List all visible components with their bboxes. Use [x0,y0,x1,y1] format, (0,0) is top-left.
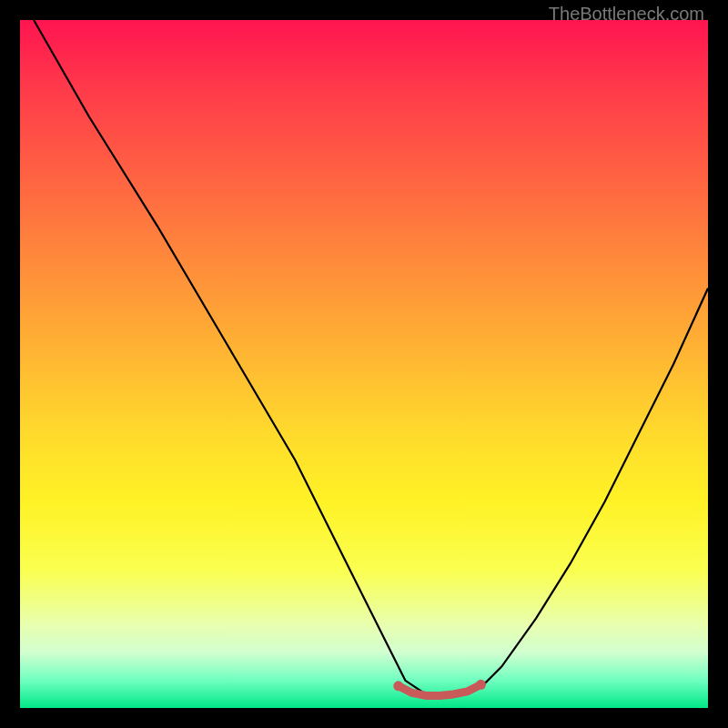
bottom-accent-dot-right [476,680,486,690]
watermark-text: TheBottleneck.com [549,4,704,25]
chart-plot-area [20,20,708,708]
bottom-accent-line [399,684,481,695]
chart-svg [20,20,708,708]
bottom-accent-dot-left [393,681,403,691]
bottleneck-curve-line [34,20,708,694]
